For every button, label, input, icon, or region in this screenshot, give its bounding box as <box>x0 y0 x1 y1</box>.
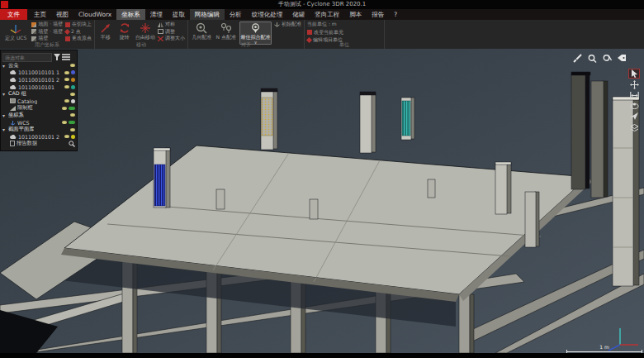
ribbon-tab-bar: 文件 主页 视图 CloudWorx 坐标系 清理 提取 网格编辑 分析 纹理化… <box>0 9 644 20</box>
mirror-button[interactable]: 对称 <box>158 21 185 28</box>
tab-coordinate-system[interactable]: 坐标系 <box>116 9 145 20</box>
visibility-eye-icon[interactable] <box>70 64 75 67</box>
visibility-eye-icon[interactable] <box>64 85 69 88</box>
tree-item-cloud-1[interactable]: 10110010101 1 <box>2 69 75 77</box>
color-dot <box>71 99 75 103</box>
change-origin-icon <box>65 36 70 41</box>
free-move-button[interactable]: 自由移动 <box>135 21 155 41</box>
ucs-ground-wall-button[interactable]: 地面 · 墙壁 <box>31 21 63 28</box>
visibility-eye-icon[interactable] <box>64 99 69 103</box>
visibility-eye-icon[interactable] <box>70 113 75 117</box>
visibility-eye-icon[interactable] <box>64 78 69 81</box>
tab-civil-engineering[interactable]: 竖向工程 <box>310 9 344 20</box>
toggle-on[interactable] <box>69 107 75 110</box>
tab-cloudworx[interactable]: CloudWorx <box>73 9 116 20</box>
tab-tank[interactable]: 储罐 <box>287 9 310 20</box>
adjust-button[interactable]: 调整 <box>158 29 185 36</box>
tree-item-section-cloud[interactable]: 10110010101 2 <box>2 133 75 141</box>
zoom-fit-button[interactable] <box>628 90 640 100</box>
axis-triad-icon <box>10 120 16 126</box>
tag-icon <box>617 54 627 63</box>
column-mid-right-2 <box>525 192 539 247</box>
filter-funnel-icon[interactable] <box>54 54 60 60</box>
measure-distance-button[interactable] <box>602 53 612 63</box>
cursor-arrow-icon <box>631 69 638 78</box>
column-mid-right-1 <box>495 162 511 214</box>
limit-box-icon <box>10 106 16 111</box>
tab-texturing[interactable]: 纹理化处理 <box>247 9 288 20</box>
change-unit-icon <box>307 30 312 35</box>
tree-item-cloud-3[interactable]: 10110010101 <box>2 84 75 91</box>
tab-report[interactable]: 报告 <box>367 9 389 20</box>
tab-view[interactable]: 视图 <box>51 9 73 20</box>
hamburger-menu-icon[interactable] <box>62 54 70 60</box>
visibility-eye-icon[interactable] <box>64 71 69 74</box>
visibility-eye-icon[interactable] <box>62 121 67 124</box>
chevron-down-icon[interactable]: ▾ <box>2 91 7 97</box>
tree-item-catalog[interactable]: Catalog <box>2 98 75 105</box>
tab-extract[interactable]: 提取 <box>168 9 190 20</box>
search-icon[interactable] <box>69 141 75 147</box>
group-label-move: 移动 <box>95 41 187 49</box>
tree-item-report-data[interactable]: 报告数据 <box>2 141 75 148</box>
initial-registration-button[interactable]: 初始配准 <box>274 21 301 28</box>
chevron-down-icon[interactable]: ▾ <box>2 112 7 118</box>
tab-analysis[interactable]: 分析 <box>225 9 247 20</box>
ucs-on-slice-button[interactable]: 在切块上 <box>65 21 92 28</box>
tab-clean[interactable]: 清理 <box>145 9 168 20</box>
tab-mesh-editing[interactable]: 网格编辑 <box>190 9 225 20</box>
label-tool-button[interactable] <box>617 53 627 63</box>
tree-group-section-planes[interactable]: ▾ 截面平面库 <box>2 126 75 133</box>
column-plain-tall <box>360 92 376 153</box>
visibility-eye-icon[interactable] <box>70 93 75 96</box>
define-ucs-button[interactable]: 定义 UCS <box>2 21 29 41</box>
visibility-eye-icon[interactable] <box>70 128 75 131</box>
tree-item-limit-box[interactable]: 限制框 <box>2 105 75 112</box>
translate-button[interactable]: 平移 <box>97 21 114 41</box>
n-points-registration-button[interactable]: N 点配准 <box>215 21 236 41</box>
fly-through-button[interactable] <box>628 112 640 122</box>
tab-script[interactable]: 脚本 <box>344 9 367 20</box>
group-label-ucs: 用户坐标系 <box>0 41 94 49</box>
change-current-unit-button[interactable]: 改变当前单元 <box>307 30 343 36</box>
rotate-button[interactable]: 旋转 <box>116 21 133 41</box>
visibility-eye-icon[interactable] <box>64 135 69 138</box>
tree-group-cad[interactable]: ▾ CAD 组 <box>2 90 75 98</box>
window-title: 手动测试 - Cyclone 3DR 2020.1 <box>0 0 644 9</box>
ucs-axis-icon <box>9 22 22 35</box>
tab-help[interactable]: ? <box>389 9 402 20</box>
pan-tool-button[interactable] <box>628 79 640 89</box>
color-dot <box>71 135 75 139</box>
measure-point-button[interactable] <box>587 53 597 63</box>
select-tool-button[interactable] <box>628 69 640 79</box>
tree-group-clouds[interactable]: ▾ 云朵 <box>2 62 75 69</box>
title-bar: 手动测试 - Cyclone 3DR 2020.1 <box>0 0 644 9</box>
ucs-wall-wall-button[interactable]: 墙壁 · 墙壁 <box>31 29 63 36</box>
orbit-tool-button[interactable] <box>628 101 640 111</box>
adjust-icon <box>158 29 163 34</box>
n-points-registration-icon <box>220 22 232 34</box>
tab-file[interactable]: 文件 <box>0 9 27 20</box>
viewport-3d[interactable] <box>0 49 644 353</box>
ruler-tool-button[interactable] <box>572 53 582 63</box>
ribbon-group-align: 几何配准 N 点配准 最佳拟合配准 ∨ <box>188 20 305 49</box>
tab-home[interactable]: 主页 <box>29 9 51 20</box>
ground-wall-icon <box>31 22 36 27</box>
report-page-icon <box>10 141 15 146</box>
filter-input[interactable] <box>2 53 52 62</box>
toggle-on[interactable] <box>69 121 75 124</box>
ribbon-group-move: 平移 旋转 自由移动 对称 <box>95 20 188 49</box>
tree-item-wcs[interactable]: WCS <box>2 119 75 126</box>
rotate-icon <box>119 22 130 34</box>
current-unit-label: 当前单位 : m <box>307 21 343 28</box>
tree-item-cloud-2[interactable]: 10110010101 2 <box>2 76 75 84</box>
geometric-registration-button[interactable]: 几何配准 <box>191 21 212 41</box>
chevron-down-icon[interactable]: ▾ <box>2 126 7 132</box>
view-presets-button[interactable] <box>628 122 640 132</box>
tree-group-coordinate-systems[interactable]: ▾ 坐标系 <box>2 112 75 119</box>
ucs-two-points-button[interactable]: 2 点 <box>65 29 92 36</box>
visibility-eye-icon[interactable] <box>62 107 67 110</box>
chevron-down-icon[interactable]: ▾ <box>2 63 7 69</box>
free-move-icon <box>140 22 151 34</box>
mirror-icon <box>158 22 163 27</box>
